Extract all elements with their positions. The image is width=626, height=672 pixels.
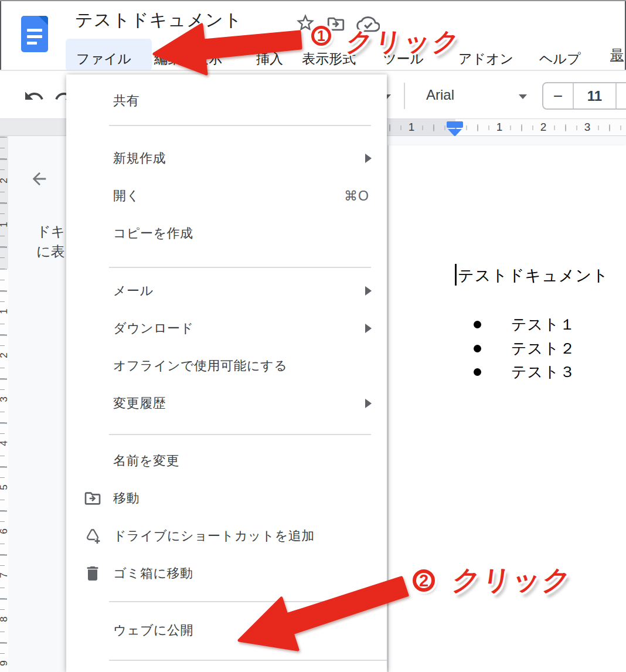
outline-panel: ドキ に表 (8, 136, 66, 672)
decrease-font-size-button[interactable]: − (543, 83, 574, 108)
menu-item-shortcut: ⌘O (344, 188, 369, 204)
folder-move-icon (83, 489, 102, 508)
step2-arrow (232, 572, 413, 657)
submenu-arrow-icon (365, 154, 372, 163)
font-size-control: − 11 (542, 82, 626, 110)
font-family-select[interactable]: Arial (426, 87, 454, 103)
menu-divider (109, 660, 387, 661)
menu-item-label: 新規作成 (113, 150, 166, 167)
menubar-addons[interactable]: アドオン (458, 47, 513, 70)
submenu-arrow-icon (365, 399, 372, 408)
docs-logo-icon[interactable] (21, 16, 48, 52)
step2-click-label: クリック (450, 562, 575, 599)
text-cursor (455, 264, 457, 286)
menu-item-open[interactable]: 開く ⌘O (66, 177, 387, 215)
drive-add-shortcut-icon (83, 527, 102, 545)
google-docs-window: テストドキュメント 最 ファイル 編集 表示 挿入 表示形式 ツール アドオン … (0, 0, 626, 672)
menu-item-label: オフラインで使用可能にする (113, 357, 287, 375)
menu-item-label: 変更履歴 (113, 395, 166, 412)
menu-divider (109, 434, 371, 435)
list-item-text: テスト３ (511, 362, 576, 382)
toolbar-divider (404, 83, 405, 109)
trash-icon (83, 564, 102, 583)
menu-item-email[interactable]: メール (66, 272, 387, 310)
bullet-icon (474, 345, 481, 352)
menu-item-label: 共有 (113, 92, 140, 110)
outline-placeholder-line: に表 (36, 242, 65, 262)
menu-item-rename[interactable]: 名前を変更 (66, 442, 387, 480)
menu-item-label: ゴミ箱に移動 (113, 565, 193, 582)
bullet-icon (474, 368, 481, 376)
vertical-ruler[interactable]: 2 1 1 2 3 4 5 6 7 8 9 (0, 136, 8, 672)
submenu-arrow-icon (365, 324, 372, 333)
menubar-file[interactable]: ファイル (76, 47, 131, 70)
menu-item-label: メール (113, 282, 154, 300)
list-item[interactable]: テスト３ (474, 360, 576, 383)
menu-item-share[interactable]: 共有 (66, 82, 387, 120)
hruler-number: 1 (406, 121, 417, 134)
list-item[interactable]: テスト２ (474, 337, 576, 360)
bullet-icon (474, 321, 481, 328)
back-arrow-icon[interactable] (29, 169, 49, 189)
list-item-text: テスト１ (511, 314, 576, 335)
list-item[interactable]: テスト１ (474, 313, 576, 336)
last-edit-link[interactable]: 最 (610, 46, 624, 64)
menu-item-label: ダウンロード (113, 320, 194, 337)
indent-marker-icon[interactable] (447, 121, 463, 128)
increase-font-size-button[interactable] (617, 83, 626, 108)
list-item-text: テスト２ (511, 338, 576, 359)
menu-item-download[interactable]: ダウンロード (66, 310, 387, 347)
step1-arrow (149, 21, 303, 79)
menu-item-label: コピーを作成 (113, 225, 193, 242)
menu-item-make-available-offline[interactable]: オフラインで使用可能にする (66, 347, 387, 385)
font-size-value[interactable]: 11 (574, 83, 617, 108)
menu-item-add-shortcut-to-drive[interactable]: ドライブにショートカットを追加 (66, 517, 387, 555)
menubar-help[interactable]: ヘルプ (539, 47, 581, 70)
menu-item-label: 移動 (113, 490, 140, 507)
logo-fold (39, 16, 48, 25)
hruler-number: 3 (582, 121, 593, 134)
font-caret-down-icon[interactable] (519, 94, 527, 99)
hruler-number: 1 (494, 121, 505, 134)
menu-item-label: 名前を変更 (113, 452, 179, 470)
menu-item-version-history[interactable]: 変更履歴 (66, 385, 387, 422)
undo-icon[interactable] (23, 86, 45, 107)
menu-item-label: ドライブにショートカットを追加 (113, 527, 315, 545)
menu-divider (109, 125, 371, 126)
step2-number-badge: 2 (413, 569, 435, 592)
menu-divider (109, 267, 371, 268)
document-heading[interactable]: テストドキュメント (458, 265, 609, 286)
submenu-arrow-icon (365, 286, 372, 296)
step1-number-badge: 1 (311, 26, 331, 46)
menu-item-label: ウェブに公開 (113, 622, 193, 639)
menu-item-label: 開く (113, 187, 140, 205)
hruler-number: 2 (538, 121, 549, 134)
menu-item-move[interactable]: 移動 (66, 480, 387, 517)
outline-placeholder-line: ドキ (36, 222, 65, 242)
menu-item-make-copy[interactable]: コピーを作成 (66, 215, 387, 252)
menu-item-new[interactable]: 新規作成 (66, 140, 387, 177)
step1-click-label: クリック (344, 25, 464, 59)
